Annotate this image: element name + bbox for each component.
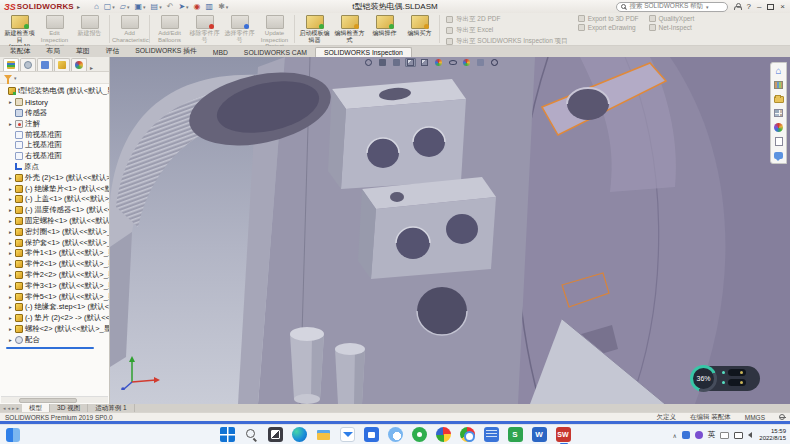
appearances-scenes-icon[interactable] xyxy=(773,122,784,132)
new-report-button[interactable]: 新建报告 xyxy=(72,14,107,44)
tab-sketch[interactable]: 草图 xyxy=(68,45,98,57)
tree-item-origin[interactable]: 原点 xyxy=(0,162,109,173)
tree-item-component[interactable]: 零件2<2> (默认<<默认>_显示状态 xyxy=(0,270,109,281)
add-characteristic-button[interactable]: Add Characteristic xyxy=(112,14,147,44)
tab-inspection[interactable]: SOLIDWORKS Inspection xyxy=(315,47,412,57)
tree-item-top-plane[interactable]: 上视基准面 xyxy=(0,140,109,151)
tree-item-component[interactable]: 螺栓<2> (默认<<默认>_显示状态 xyxy=(0,324,109,335)
propertymanager-tab[interactable] xyxy=(20,58,36,71)
remove-balloons-button[interactable]: 移除零件序号 xyxy=(187,14,222,44)
tab-evaluate[interactable]: 评估 xyxy=(98,45,128,57)
tab-model[interactable]: 模型 xyxy=(22,404,50,412)
store-icon[interactable] xyxy=(364,427,379,442)
tree-item-right-plane[interactable]: 右视基准面 xyxy=(0,151,109,162)
tree-item-annotations[interactable]: 注解 xyxy=(0,118,109,129)
view-orientation-icon[interactable] xyxy=(419,58,430,67)
restore-button[interactable] xyxy=(767,4,774,10)
update-inspection-project-button[interactable]: Update Inspection Project xyxy=(257,14,292,44)
tree-item-component[interactable]: (-) 绝缘垫片<1> (默认<<默认>_显示 xyxy=(0,183,109,194)
section-view-icon[interactable] xyxy=(405,58,416,67)
tree-item-component[interactable]: 固定螺栓<1> (默认<<默认>_显示状态 xyxy=(0,216,109,227)
tab-motion-study[interactable]: 运动算例 1 xyxy=(88,404,134,412)
tree-item-component[interactable]: 保护套<1> (默认<<默认>_显示状态 xyxy=(0,237,109,248)
status-units[interactable]: MMGS xyxy=(745,414,765,421)
undo-icon[interactable]: ↶ xyxy=(167,3,174,11)
taskbar-clock[interactable]: 15:59 2022/8/15 xyxy=(759,428,786,443)
tray-app-icon[interactable] xyxy=(695,431,703,439)
qualityxpert-button[interactable]: QualityXpert xyxy=(649,15,695,22)
configurationmanager-tab[interactable] xyxy=(37,58,53,71)
filter-dropdown-icon[interactable]: ▾ xyxy=(14,75,17,81)
chrome-icon[interactable] xyxy=(460,427,475,442)
tree-item-root[interactable]: t型铠装热电偶 (默认<默认_显示状态-1> xyxy=(0,86,109,97)
solidworks-resources-icon[interactable]: ⌂ xyxy=(773,66,784,76)
tab-3d-views[interactable]: 3D 视图 xyxy=(50,404,88,412)
edit-inspection-methods-button[interactable]: 编辑检查方式 xyxy=(332,14,367,44)
launch-template-editor-button[interactable]: 启动模板编辑器 xyxy=(297,14,332,44)
tray-app-icon[interactable] xyxy=(682,431,690,439)
start-icon[interactable] xyxy=(220,427,235,442)
export-3d-pdf-button[interactable]: Export to 3D PDF xyxy=(578,15,639,22)
net-inspect-button[interactable]: Net-Inspect xyxy=(649,24,695,31)
solidworks-forum-icon[interactable] xyxy=(773,150,784,160)
status-globe-icon[interactable] xyxy=(779,414,785,420)
edit-inspection-project-button[interactable]: Edit Inspection Project xyxy=(37,14,72,44)
zoom-fit-icon[interactable] xyxy=(363,58,374,67)
edit-operations-button[interactable]: 编辑操作 xyxy=(367,14,402,44)
login-icon[interactable] xyxy=(734,3,740,10)
save-icon[interactable]: ▣ xyxy=(135,3,146,11)
featuremanager-tab[interactable] xyxy=(3,58,19,71)
task-view-icon[interactable] xyxy=(268,427,283,442)
tree-item-front-plane[interactable]: 前视基准面 xyxy=(0,129,109,140)
new-document-icon[interactable]: ▢ xyxy=(104,3,115,11)
apply-scene-icon[interactable] xyxy=(475,58,486,67)
tree-filter-row[interactable]: ▾ xyxy=(0,72,109,84)
displaymanager-tab[interactable] xyxy=(71,58,87,71)
edge-icon[interactable] xyxy=(292,427,307,442)
dimxpert-tab[interactable] xyxy=(54,58,70,71)
search-input[interactable]: 搜索 SOLIDWORKS 帮助 ▾ xyxy=(616,2,728,12)
select-arrow-icon[interactable]: ➤ xyxy=(178,3,188,11)
weather-icon[interactable] xyxy=(388,427,403,442)
wps-icon[interactable]: S xyxy=(508,427,523,442)
tab-mbd[interactable]: MBD xyxy=(205,48,236,57)
touch-keyboard-icon[interactable] xyxy=(720,432,729,439)
tree-item-sensors[interactable]: 传感器 xyxy=(0,108,109,119)
file-explorer-taskbar-icon[interactable] xyxy=(316,427,331,442)
tree-item-component[interactable]: (-) 上盖<1> (默认<<默认>_显示状态 xyxy=(0,194,109,205)
select-balloons-button[interactable]: 选择零件序号 xyxy=(222,14,257,44)
export-inspection-project-button[interactable]: 导出至 SOLIDWORKS Inspection 项目 xyxy=(446,37,568,46)
tree-item-component[interactable]: (-) 温度传感器<1> (默认<<默认>_显 xyxy=(0,205,109,216)
browser-wheel-icon[interactable] xyxy=(436,427,451,442)
tree-item-component[interactable]: 零件3<1> (默认<<默认>_显示状态 xyxy=(0,280,109,291)
ime-indicator[interactable]: 英 xyxy=(708,430,716,440)
rollback-bar[interactable] xyxy=(6,347,94,349)
tab-layout[interactable]: 布局 xyxy=(38,45,68,57)
tree-item-mates[interactable]: 配合 xyxy=(0,334,109,345)
tree-item-component[interactable]: (-) 绝缘套.step<1> (默认<<默认>_ xyxy=(0,302,109,313)
design-library-icon[interactable] xyxy=(773,80,784,90)
file-explorer-icon[interactable] xyxy=(773,94,784,104)
search-dropdown-icon[interactable]: ▾ xyxy=(706,4,709,10)
export-2d-pdf-button[interactable]: 导出至 2D PDF xyxy=(446,15,568,24)
display-settings-icon[interactable]: ▥ xyxy=(206,3,214,11)
tree-item-component[interactable]: 零件2<1> (默认<<默认>_显示状态 xyxy=(0,259,109,270)
word-icon[interactable]: W xyxy=(532,427,547,442)
tree-item-component[interactable]: 零件5<1> (默认<<默认>_显示状态 xyxy=(0,291,109,302)
tab-scroll-arrows[interactable]: ◂◂▸▸ xyxy=(0,404,22,412)
solidworks-taskbar-icon[interactable]: SW xyxy=(556,427,571,442)
tray-expand-icon[interactable]: ∧ xyxy=(672,432,676,439)
green-app-icon[interactable] xyxy=(412,427,427,442)
tree-horizontal-scrollbar[interactable] xyxy=(1,396,108,403)
export-edrawing-button[interactable]: Export eDrawing xyxy=(578,24,639,31)
overlay-toggle-1[interactable] xyxy=(722,369,746,376)
zoom-overlay[interactable]: 36% xyxy=(692,366,760,391)
close-button[interactable]: × xyxy=(780,2,785,11)
tree-item-history[interactable]: History xyxy=(0,97,109,108)
view-settings-icon[interactable] xyxy=(489,58,500,67)
zoom-area-icon[interactable] xyxy=(377,58,388,67)
remote-desktop-icon[interactable] xyxy=(484,427,499,442)
3d-model-view[interactable] xyxy=(110,57,790,404)
tree-item-component[interactable]: 外壳 (2)<1> (默认<<默认>_显示状态 xyxy=(0,172,109,183)
tab-cam[interactable]: SOLIDWORKS CAM xyxy=(236,48,315,57)
